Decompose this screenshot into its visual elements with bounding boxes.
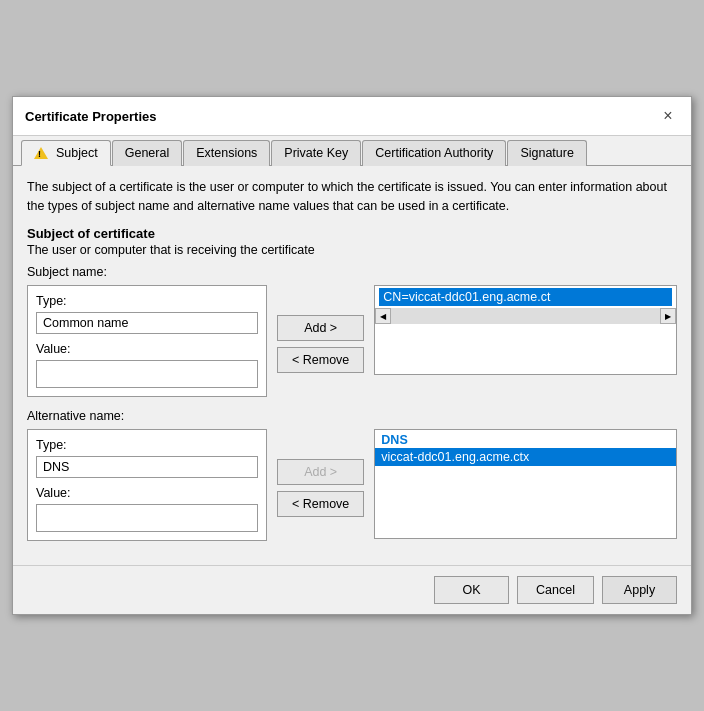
certificate-properties-dialog: Certificate Properties × ! Subject Gener… bbox=[12, 96, 692, 615]
subject-type-select[interactable]: Common name Organization Organizational … bbox=[36, 312, 258, 334]
subject-value-label: Value: bbox=[36, 342, 258, 356]
alt-value-label: Value: bbox=[36, 486, 258, 500]
subject-remove-button[interactable]: < Remove bbox=[277, 347, 364, 373]
scroll-right-arrow[interactable]: ▶ bbox=[660, 308, 676, 324]
alt-type-select[interactable]: DNS Email IP URI bbox=[36, 456, 258, 478]
subject-name-right-panel: CN=viccat-ddc01.eng.acme.ct ◀ ▶ bbox=[374, 285, 677, 375]
tab-signature-label: Signature bbox=[520, 146, 574, 160]
subject-type-select-wrapper: Common name Organization Organizational … bbox=[36, 312, 258, 334]
tab-extensions[interactable]: Extensions bbox=[183, 140, 270, 166]
tab-bar: ! Subject General Extensions Private Key… bbox=[13, 136, 691, 166]
close-button[interactable]: × bbox=[657, 105, 679, 127]
subject-of-cert-subtitle: The user or computer that is receiving t… bbox=[27, 243, 677, 257]
scroll-left-arrow[interactable]: ◀ bbox=[375, 308, 391, 324]
subject-of-cert-title: Subject of certificate bbox=[27, 226, 677, 241]
alt-list-header: DNS bbox=[375, 430, 676, 448]
tab-private-key[interactable]: Private Key bbox=[271, 140, 361, 166]
alt-name-row: Type: DNS Email IP URI Value: Add > < Re… bbox=[27, 429, 677, 541]
tab-general-label: General bbox=[125, 146, 169, 160]
apply-button[interactable]: Apply bbox=[602, 576, 677, 604]
subject-type-label: Type: bbox=[36, 294, 258, 308]
tab-subject-label: Subject bbox=[56, 146, 98, 160]
scroll-track bbox=[391, 308, 660, 324]
description-text: The subject of a certificate is the user… bbox=[27, 178, 677, 216]
alt-list-item: viccat-ddc01.eng.acme.ctx bbox=[375, 448, 676, 466]
tab-cert-authority[interactable]: Certification Authority bbox=[362, 140, 506, 166]
tab-cert-authority-label: Certification Authority bbox=[375, 146, 493, 160]
alt-name-label: Alternative name: bbox=[27, 409, 677, 423]
bottom-bar: OK Cancel Apply bbox=[13, 565, 691, 614]
cancel-button[interactable]: Cancel bbox=[517, 576, 594, 604]
alt-name-buttons: Add > < Remove bbox=[277, 429, 364, 517]
dialog-title: Certificate Properties bbox=[25, 109, 157, 124]
ok-button[interactable]: OK bbox=[434, 576, 509, 604]
tab-private-key-label: Private Key bbox=[284, 146, 348, 160]
tab-signature[interactable]: Signature bbox=[507, 140, 587, 166]
alt-add-button[interactable]: Add > bbox=[277, 459, 364, 485]
tab-content: The subject of a certificate is the user… bbox=[13, 166, 691, 565]
subject-name-label: Subject name: bbox=[27, 265, 677, 279]
alt-type-label: Type: bbox=[36, 438, 258, 452]
alt-type-select-wrapper: DNS Email IP URI bbox=[36, 456, 258, 478]
subject-name-left-panel: Type: Common name Organization Organizat… bbox=[27, 285, 267, 397]
subject-name-list-item: CN=viccat-ddc01.eng.acme.ct bbox=[379, 288, 672, 306]
subject-name-list[interactable]: CN=viccat-ddc01.eng.acme.ct ◀ ▶ bbox=[374, 285, 677, 375]
subject-add-button[interactable]: Add > bbox=[277, 315, 364, 341]
alt-value-input[interactable] bbox=[36, 504, 258, 532]
tab-general[interactable]: General bbox=[112, 140, 182, 166]
alt-name-right-panel: DNS viccat-ddc01.eng.acme.ctx bbox=[374, 429, 677, 539]
tab-extensions-label: Extensions bbox=[196, 146, 257, 160]
subject-list-scrollbar[interactable]: ◀ ▶ bbox=[375, 308, 676, 324]
subject-name-buttons: Add > < Remove bbox=[277, 285, 364, 373]
title-bar: Certificate Properties × bbox=[13, 97, 691, 136]
tab-subject[interactable]: ! Subject bbox=[21, 140, 111, 166]
subject-value-input[interactable] bbox=[36, 360, 258, 388]
alt-name-left-panel: Type: DNS Email IP URI Value: bbox=[27, 429, 267, 541]
alt-remove-button[interactable]: < Remove bbox=[277, 491, 364, 517]
subject-name-row: Type: Common name Organization Organizat… bbox=[27, 285, 677, 397]
alt-name-list[interactable]: DNS viccat-ddc01.eng.acme.ctx bbox=[374, 429, 677, 539]
